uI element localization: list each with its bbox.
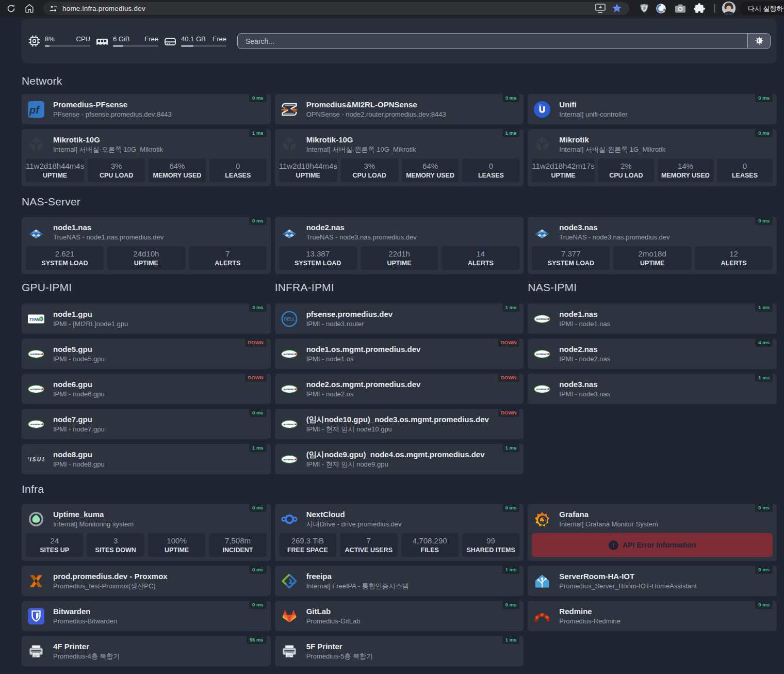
svg-text:SUPERMICR: SUPERMICR [536,352,549,355]
svg-text:SUPERMICR: SUPERMICR [283,423,296,425]
svg-text:SUPERMICR: SUPERMICR [283,352,296,355]
svg-text:pf: pf [29,104,40,116]
svg-text:SUPERMICR: SUPERMICR [536,317,549,320]
svg-text:SUPERMICR: SUPERMICR [283,388,296,390]
svg-text:SUPERMICR: SUPERMICR [30,388,43,390]
svg-text:/ISUS: /ISUS [28,457,44,462]
svg-text:SUPERMICR: SUPERMICR [30,423,43,425]
svg-text:DELL: DELL [284,316,296,322]
svg-text:SUPERMICR: SUPERMICR [30,352,43,355]
svg-text:TYAN: TYAN [29,317,41,322]
svg-text:SUPERMICR: SUPERMICR [283,458,296,460]
svg-text:SUPERMICR: SUPERMICR [536,388,549,390]
